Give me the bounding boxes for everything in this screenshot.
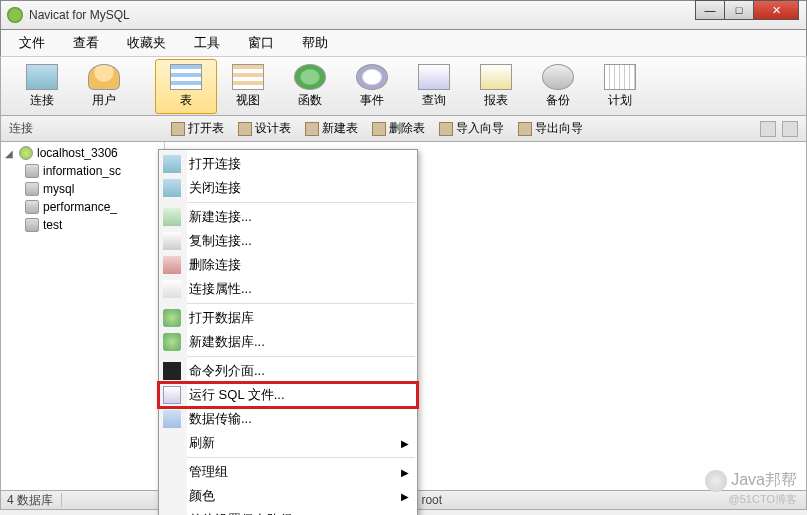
expand-icon[interactable]: ◢	[5, 148, 15, 159]
minimize-button[interactable]: —	[695, 0, 725, 20]
tool-backup-label: 备份	[546, 93, 570, 107]
tree-db-1[interactable]: mysql	[1, 180, 164, 198]
ctx-new-database[interactable]: 新建数据库...	[159, 330, 417, 354]
database-icon	[163, 309, 181, 327]
ctx-run-sql-file[interactable]: 运行 SQL 文件...	[159, 383, 417, 407]
separator	[61, 493, 62, 507]
ctx-label: 管理组	[189, 463, 228, 481]
plug-icon	[163, 155, 181, 173]
main-toolbar: 连接 用户 表 视图 函数 事件 查询 报表 备份 计划	[0, 56, 807, 116]
tool-backup[interactable]: 备份	[527, 60, 589, 113]
tool-event-label: 事件	[360, 93, 384, 107]
open-table-label: 打开表	[188, 120, 224, 137]
title-bar: Navicat for MySQL	[0, 0, 807, 30]
ctx-open-connection[interactable]: 打开连接	[159, 152, 417, 176]
ctx-color[interactable]: 颜色▶	[159, 484, 417, 508]
tool-schedule[interactable]: 计划	[589, 60, 651, 113]
new-icon	[163, 208, 181, 226]
delete-icon	[163, 256, 181, 274]
ctx-close-connection[interactable]: 关闭连接	[159, 176, 417, 200]
design-table-button[interactable]: 设计表	[232, 118, 297, 139]
ctx-refresh[interactable]: 刷新▶	[159, 431, 417, 455]
ctx-manage-group[interactable]: 管理组▶	[159, 460, 417, 484]
subtool-label: 连接	[1, 120, 165, 137]
menu-tools[interactable]: 工具	[180, 32, 234, 54]
ctx-label: 数据传输...	[189, 410, 252, 428]
status-user: root	[421, 493, 442, 507]
tool-view[interactable]: 视图	[217, 60, 279, 113]
window-controls: — □ ✕	[696, 0, 799, 20]
separator	[187, 356, 415, 357]
refresh-icon	[163, 434, 181, 452]
tool-report[interactable]: 报表	[465, 60, 527, 113]
ctx-command-line[interactable]: 命令列介面...	[159, 359, 417, 383]
new-table-icon	[305, 122, 319, 136]
tool-table[interactable]: 表	[155, 59, 217, 114]
database-icon	[25, 182, 39, 196]
export-button[interactable]: 导出向导	[512, 118, 589, 139]
ctx-copy-connection[interactable]: 复制连接...	[159, 229, 417, 253]
ctx-label: 新建连接...	[189, 208, 252, 226]
sub-toolbar: 连接 打开表 设计表 新建表 删除表 导入向导 导出向导	[0, 116, 807, 142]
ctx-new-connection[interactable]: 新建连接...	[159, 205, 417, 229]
menu-window[interactable]: 窗口	[234, 32, 288, 54]
window-title: Navicat for MySQL	[29, 8, 800, 22]
ctx-goto-path[interactable]: 前往设置保存路径	[159, 508, 417, 515]
tool-event[interactable]: 事件	[341, 60, 403, 113]
db-label: information_sc	[43, 164, 121, 178]
backup-icon	[542, 64, 574, 90]
design-table-icon	[238, 122, 252, 136]
import-icon	[439, 122, 453, 136]
ctx-label: 运行 SQL 文件...	[189, 386, 285, 404]
menu-help[interactable]: 帮助	[288, 32, 342, 54]
schedule-icon	[604, 64, 636, 90]
app-icon	[7, 7, 23, 23]
search-icon[interactable]	[760, 121, 776, 137]
tree-connection[interactable]: ◢ localhost_3306	[1, 144, 164, 162]
tool-function[interactable]: 函数	[279, 60, 341, 113]
ctx-data-transfer[interactable]: 数据传输...	[159, 407, 417, 431]
ctx-open-database[interactable]: 打开数据库	[159, 306, 417, 330]
menu-file[interactable]: 文件	[5, 32, 59, 54]
blank-icon	[163, 487, 181, 505]
table-icon	[170, 64, 202, 90]
open-table-icon	[171, 122, 185, 136]
export-icon	[518, 122, 532, 136]
delete-table-label: 删除表	[389, 120, 425, 137]
db-label: performance_	[43, 200, 117, 214]
connection-icon	[19, 146, 33, 160]
terminal-icon	[163, 362, 181, 380]
status-db-count: 4 数据库	[7, 492, 53, 509]
tree-db-0[interactable]: information_sc	[1, 162, 164, 180]
tool-user[interactable]: 用户	[73, 60, 135, 113]
function-icon	[294, 64, 326, 90]
delete-table-button[interactable]: 删除表	[366, 118, 431, 139]
tool-function-label: 函数	[298, 93, 322, 107]
database-icon	[25, 200, 39, 214]
blank-icon	[163, 511, 181, 515]
export-label: 导出向导	[535, 120, 583, 137]
separator	[187, 303, 415, 304]
open-table-button[interactable]: 打开表	[165, 118, 230, 139]
close-button[interactable]: ✕	[753, 0, 799, 20]
import-button[interactable]: 导入向导	[433, 118, 510, 139]
ctx-label: 颜色	[189, 487, 215, 505]
chevron-right-icon: ▶	[401, 438, 409, 449]
chevron-right-icon: ▶	[401, 491, 409, 502]
new-table-button[interactable]: 新建表	[299, 118, 364, 139]
ctx-connection-properties[interactable]: 连接属性...	[159, 277, 417, 301]
tree-db-2[interactable]: performance_	[1, 198, 164, 216]
menu-view[interactable]: 查看	[59, 32, 113, 54]
maximize-button[interactable]: □	[724, 0, 754, 20]
tool-user-label: 用户	[92, 93, 116, 107]
tool-connect[interactable]: 连接	[11, 60, 73, 113]
menu-favorites[interactable]: 收藏夹	[113, 32, 180, 54]
tree-db-3[interactable]: test	[1, 216, 164, 234]
tool-query[interactable]: 查询	[403, 60, 465, 113]
context-menu: 打开连接 关闭连接 新建连接... 复制连接... 删除连接 连接属性... 打…	[158, 149, 418, 515]
query-icon	[418, 64, 450, 90]
ctx-delete-connection[interactable]: 删除连接	[159, 253, 417, 277]
list-view-icon[interactable]	[782, 121, 798, 137]
event-icon	[356, 64, 388, 90]
ctx-label: 新建数据库...	[189, 333, 265, 351]
